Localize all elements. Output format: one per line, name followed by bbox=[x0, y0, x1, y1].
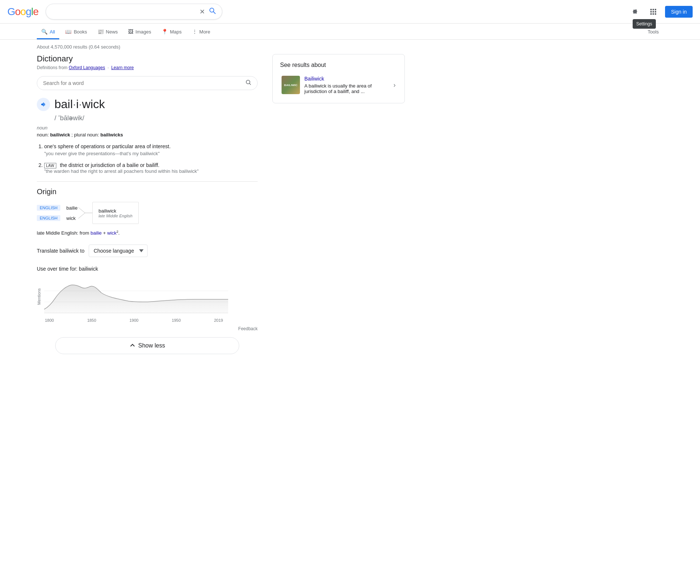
chart-wrapper: Mentions bbox=[37, 276, 258, 317]
word-display: bail·i·wick bbox=[54, 97, 105, 111]
speaker-button[interactable] bbox=[37, 98, 50, 111]
etym-badge-english-1: ENGLISH bbox=[37, 205, 60, 211]
results-count: About 4,570,000 results (0.64 seconds) bbox=[0, 40, 700, 54]
learn-more-link[interactable]: Learn more bbox=[111, 65, 134, 70]
svg-rect-2 bbox=[650, 9, 652, 10]
etym-row-1: ENGLISH bailie bbox=[37, 205, 78, 211]
oxford-languages-link[interactable]: Oxford Languages bbox=[69, 65, 105, 70]
svg-rect-5 bbox=[650, 11, 652, 13]
chart-label-2019: 2019 bbox=[214, 318, 223, 322]
feedback-link[interactable]: Feedback bbox=[238, 326, 258, 331]
svg-rect-10 bbox=[655, 13, 656, 15]
word-search-input[interactable] bbox=[43, 80, 245, 86]
chart-label-1800: 1800 bbox=[45, 318, 54, 322]
etym-connector-svg bbox=[78, 202, 92, 224]
etym-right-box: bailiwick late Middle English bbox=[92, 202, 139, 224]
svg-rect-8 bbox=[650, 13, 652, 15]
svg-line-14 bbox=[78, 213, 85, 218]
definition-example-1: "you never give the presentations—that's… bbox=[44, 151, 258, 156]
svg-line-13 bbox=[78, 207, 85, 213]
svg-rect-9 bbox=[653, 13, 654, 15]
svg-rect-3 bbox=[653, 9, 654, 10]
origin-text: late Middle English: from bailie + wick2… bbox=[37, 230, 258, 236]
right-panel-item-description: A bailiwick is usually the area of juris… bbox=[304, 83, 389, 94]
search-bar: bailiwick ✕ bbox=[46, 4, 222, 19]
etym-result-word: bailiwick bbox=[99, 208, 132, 214]
main-content: Dictionary Definitions from Oxford Langu… bbox=[0, 54, 442, 361]
chart-x-labels: 1800 1850 1900 1950 2019 bbox=[37, 318, 223, 322]
language-select[interactable]: Choose language Spanish French German Ch… bbox=[89, 245, 148, 257]
header: Google bailiwick ✕ Settings bbox=[0, 0, 700, 24]
chart-label-1850: 1850 bbox=[87, 318, 96, 322]
chevron-up-icon bbox=[130, 342, 135, 349]
tab-all[interactable]: 🔍 All bbox=[37, 25, 59, 39]
chart-label-1950: 1950 bbox=[172, 318, 181, 322]
clear-icon[interactable]: ✕ bbox=[199, 8, 205, 16]
all-icon: 🔍 bbox=[41, 29, 47, 35]
origin-wick-link[interactable]: wick bbox=[107, 230, 116, 236]
tab-news[interactable]: 📰 News bbox=[93, 25, 123, 39]
phonetic: / ˈbālə​wik/ bbox=[54, 114, 258, 122]
tab-more[interactable]: ⋮ More bbox=[188, 25, 215, 39]
right-panel: See results about BAILIWIC Bailiwick A b… bbox=[272, 54, 405, 103]
left-column: Dictionary Definitions from Oxford Langu… bbox=[37, 54, 258, 361]
source-line: Definitions from Oxford Languages · Lear… bbox=[37, 65, 258, 70]
header-right: Settings Sign in bbox=[627, 4, 693, 19]
right-column: See results about BAILIWIC Bailiwick A b… bbox=[272, 54, 405, 361]
svg-line-1 bbox=[213, 12, 216, 14]
show-less-button[interactable]: Show less bbox=[55, 337, 239, 354]
word-type: noun bbox=[37, 125, 258, 131]
right-panel-item[interactable]: BAILIWIC Bailiwick A bailiwick is usuall… bbox=[280, 74, 397, 96]
etym-result-label: late Middle English bbox=[99, 214, 132, 218]
settings-tooltip: Settings bbox=[633, 19, 656, 29]
tab-books[interactable]: 📖 Books bbox=[61, 25, 91, 39]
search-icon[interactable] bbox=[209, 7, 216, 16]
law-badge: LAW bbox=[44, 163, 56, 168]
dictionary-title: Dictionary bbox=[37, 54, 258, 64]
apps-button[interactable] bbox=[646, 4, 661, 19]
word-inflection: noun: bailiwick ; plural noun: bailiwick… bbox=[37, 132, 258, 138]
definition-1: one's sphere of operations or particular… bbox=[44, 143, 258, 156]
divider bbox=[37, 181, 258, 182]
maps-icon: 📍 bbox=[162, 29, 168, 35]
right-panel-title: See results about bbox=[280, 62, 397, 68]
tab-images[interactable]: 🖼 Images bbox=[124, 25, 156, 39]
word-search-box[interactable] bbox=[37, 76, 258, 90]
settings-button[interactable] bbox=[627, 4, 641, 19]
word-search-icon[interactable] bbox=[245, 79, 251, 87]
chevron-right-icon: › bbox=[393, 81, 396, 89]
definition-text-1: one's sphere of operations or particular… bbox=[44, 143, 258, 149]
svg-rect-7 bbox=[655, 11, 656, 13]
nav-tabs: 🔍 All 📖 Books 📰 News 🖼 Images 📍 Maps ⋮ M… bbox=[0, 24, 700, 40]
tab-maps[interactable]: 📍 Maps bbox=[157, 25, 186, 39]
etymology-diagram: ENGLISH bailie ENGLISH wick bbox=[37, 202, 258, 224]
signin-button[interactable]: Sign in bbox=[665, 6, 693, 18]
google-logo: Google bbox=[7, 6, 38, 18]
right-panel-item-name: Bailiwick bbox=[304, 76, 389, 82]
translate-label: Translate bailiwick to bbox=[37, 248, 84, 254]
books-icon: 📖 bbox=[65, 29, 71, 35]
chart-y-label: Mentions bbox=[37, 288, 41, 305]
definition-example-2: "the warden had the right to arrest all … bbox=[44, 168, 258, 174]
dictionary-section: Dictionary Definitions from Oxford Langu… bbox=[37, 54, 258, 331]
origin-title: Origin bbox=[37, 188, 258, 196]
etym-row-2: ENGLISH wick bbox=[37, 215, 78, 221]
right-panel-info: Bailiwick A bailiwick is usually the are… bbox=[304, 76, 389, 94]
usage-chart bbox=[44, 276, 228, 317]
svg-line-12 bbox=[250, 83, 251, 85]
chart-title: Use over time for: bailiwick bbox=[37, 266, 258, 272]
right-panel-thumbnail: BAILIWIC bbox=[282, 76, 300, 94]
more-icon: ⋮ bbox=[192, 29, 197, 35]
feedback-row: Feedback bbox=[37, 325, 258, 331]
origin-bailie-link[interactable]: bailie bbox=[91, 230, 102, 236]
definition-2: LAW the district or jurisdiction of a ba… bbox=[44, 162, 258, 174]
etym-word-wick: wick bbox=[66, 215, 75, 221]
search-input[interactable]: bailiwick bbox=[52, 8, 199, 15]
etym-word-bailie: bailie bbox=[66, 205, 77, 211]
images-icon: 🖼 bbox=[128, 29, 133, 35]
definition-list: one's sphere of operations or particular… bbox=[37, 143, 258, 174]
svg-rect-4 bbox=[655, 9, 656, 10]
svg-rect-6 bbox=[653, 11, 654, 13]
news-icon: 📰 bbox=[98, 29, 104, 35]
definition-text-2: the district or jurisdiction of a bailie… bbox=[60, 162, 160, 168]
